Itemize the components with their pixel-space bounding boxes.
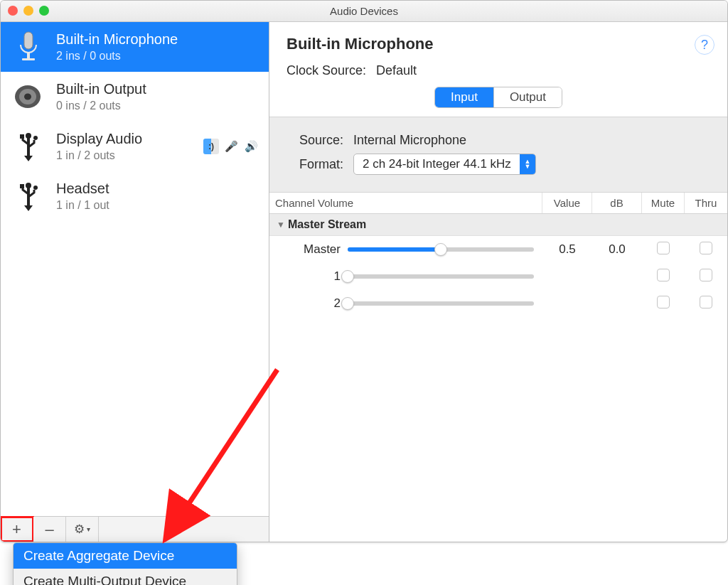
disclosure-triangle-icon: ▼ — [277, 220, 285, 230]
close-icon[interactable] — [8, 6, 18, 16]
tab-output[interactable]: Output — [493, 87, 562, 107]
device-name: Built-in Microphone — [56, 31, 259, 48]
volume-slider-1[interactable] — [348, 274, 534, 279]
detail-panel: Built-in Microphone Clock Source: Defaul… — [269, 22, 727, 542]
speaker-icon — [11, 79, 46, 114]
col-db: dB — [592, 193, 642, 213]
thru-checkbox[interactable] — [700, 296, 712, 308]
detail-settings: Source: Internal Microphone Format: 2 ch… — [269, 117, 727, 193]
usb-icon — [11, 129, 46, 164]
device-list: Built-in Microphone 2 ins / 0 outs Built… — [1, 22, 269, 516]
svg-rect-13 — [20, 184, 24, 188]
svg-marker-10 — [24, 156, 33, 161]
device-io: 0 ins / 2 outs — [56, 99, 259, 113]
col-channel: Channel Volume — [269, 193, 542, 213]
channel-row-master: Master 0.5 0.0 — [269, 236, 727, 263]
device-name: Display Audio — [56, 130, 193, 147]
sidebar-footer: + – ⚙︎▾ — [1, 516, 269, 542]
svg-rect-8 — [20, 134, 24, 139]
finder-badge-icon — [203, 139, 219, 154]
svg-rect-1 — [27, 53, 30, 58]
traffic-lights — [8, 6, 49, 16]
channel-name: 2 — [269, 296, 348, 311]
volume-table-header: Channel Volume Value dB Mute Thru — [269, 193, 727, 214]
col-mute: Mute — [642, 193, 685, 213]
window-body: Built-in Microphone 2 ins / 0 outs Built… — [1, 22, 727, 542]
channel-row-1: 1 — [269, 263, 727, 290]
menu-item-create-aggregate[interactable]: Create Aggregate Device — [14, 543, 237, 569]
device-sidebar: Built-in Microphone 2 ins / 0 outs Built… — [1, 22, 269, 542]
device-io: 1 in / 1 out — [56, 198, 259, 213]
device-item-display-audio[interactable]: Display Audio 1 in / 2 outs 🎤 🔊 — [1, 122, 269, 171]
add-device-menu: Create Aggregate Device Create Multi-Out… — [13, 542, 237, 585]
mute-checkbox[interactable] — [657, 269, 670, 281]
minimize-icon[interactable] — [23, 6, 33, 16]
svg-point-14 — [33, 186, 38, 190]
mute-checkbox[interactable] — [657, 296, 670, 308]
audio-devices-window: Audio Devices Built-in Microphone 2 ins … — [0, 0, 728, 542]
window-title: Audio Devices — [330, 5, 398, 17]
gear-icon: ⚙︎ — [74, 522, 85, 537]
svg-rect-0 — [24, 32, 33, 49]
thru-checkbox[interactable] — [700, 242, 712, 254]
col-value: Value — [542, 193, 592, 213]
io-tab-group: Input Output — [434, 87, 562, 108]
format-select[interactable]: 2 ch 24-bit Integer 44.1 kHz ▲▼ — [353, 154, 536, 175]
channel-name: 1 — [269, 269, 348, 284]
channel-value: 0.5 — [542, 242, 592, 257]
thru-checkbox[interactable] — [700, 269, 712, 281]
device-item-builtin-mic[interactable]: Built-in Microphone 2 ins / 0 outs — [1, 22, 269, 72]
device-item-builtin-output[interactable]: Built-in Output 0 ins / 2 outs — [1, 72, 269, 122]
microphone-icon — [11, 29, 46, 65]
svg-point-9 — [33, 136, 38, 140]
device-badges: 🎤 🔊 — [203, 139, 259, 154]
svg-point-5 — [24, 94, 31, 100]
volume-slider-master[interactable] — [348, 247, 534, 252]
chevron-down-icon: ▾ — [87, 525, 90, 533]
clock-source-label: Clock Source: — [287, 63, 366, 78]
device-item-headset[interactable]: Headset 1 in / 1 out — [1, 171, 269, 221]
channel-db: 0.0 — [592, 242, 642, 257]
channel-name: Master — [269, 242, 348, 257]
zoom-icon[interactable] — [39, 6, 49, 16]
volume-badge-icon: 🔊 — [243, 139, 259, 154]
format-value: 2 ch 24-bit Integer 44.1 kHz — [354, 157, 520, 171]
detail-device-name: Built-in Microphone — [287, 35, 710, 53]
stepper-arrows-icon: ▲▼ — [520, 154, 535, 174]
format-label: Format: — [287, 157, 343, 172]
device-name: Headset — [56, 180, 259, 197]
menu-item-create-multi-output[interactable]: Create Multi-Output Device — [14, 569, 237, 585]
device-io: 2 ins / 0 outs — [56, 49, 259, 63]
channel-row-2: 2 — [269, 290, 727, 317]
svg-marker-15 — [24, 205, 33, 211]
clock-source-value: Default — [376, 63, 417, 78]
source-label: Source: — [287, 133, 343, 148]
device-io: 1 in / 2 outs — [56, 149, 193, 163]
mic-badge-icon: 🎤 — [223, 139, 239, 154]
help-button[interactable]: ? — [695, 35, 714, 55]
source-value: Internal Microphone — [353, 133, 466, 148]
tab-input[interactable]: Input — [435, 87, 493, 107]
volume-slider-2[interactable] — [348, 301, 534, 306]
add-device-button[interactable]: + — [1, 517, 33, 542]
svg-rect-2 — [22, 58, 35, 60]
master-stream-group[interactable]: ▼ Master Stream — [269, 214, 727, 236]
titlebar: Audio Devices — [1, 1, 727, 22]
detail-header: Built-in Microphone Clock Source: Defaul… — [269, 22, 727, 117]
volume-table-body: ▼ Master Stream Master 0.5 0.0 — [269, 214, 727, 317]
device-name: Built-in Output — [56, 80, 259, 97]
mute-checkbox[interactable] — [657, 242, 670, 254]
options-menu-button[interactable]: ⚙︎▾ — [66, 517, 99, 542]
group-label: Master Stream — [288, 218, 366, 231]
remove-device-button[interactable]: – — [33, 517, 66, 542]
col-thru: Thru — [685, 193, 727, 213]
usb-icon — [11, 178, 46, 214]
